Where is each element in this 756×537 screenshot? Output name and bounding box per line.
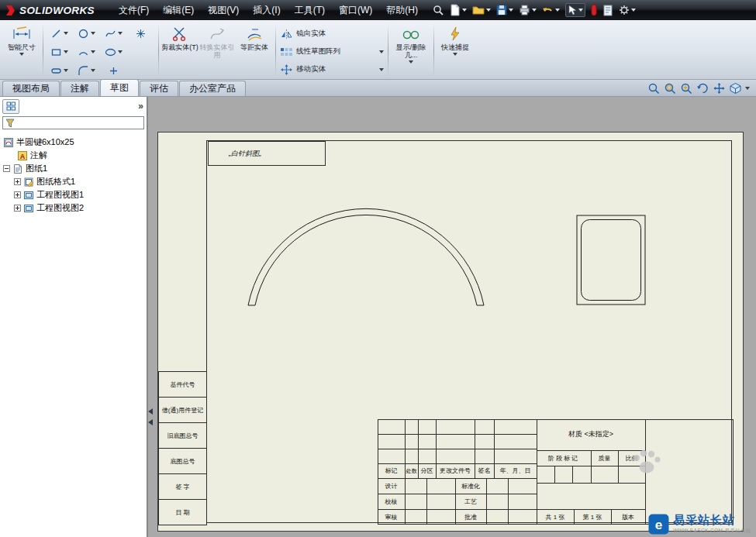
ellipse-tool-icon[interactable] [100,43,127,61]
annotations-icon: A [17,150,28,161]
header-date: 年、月、日 [494,464,537,477]
select-arrow-icon[interactable] [565,3,585,17]
menu-edit[interactable]: 编辑(E) [156,0,201,20]
featuremanager-tree-icon [6,102,16,111]
view-toolbar-caret[interactable] [745,87,750,90]
spline-tool-icon[interactable] [100,24,127,43]
display-delete-relations-label: 显示/删除几... [391,43,431,59]
view-orientation-icon[interactable] [729,82,742,95]
fillet-tool-icon[interactable] [73,61,100,80]
graphics-area[interactable]: „白针斜图„ 基件代号 借(通)用件登记 旧底图总号 底图总号 签 字 日 期 [148,97,756,537]
row-process: 工艺 [455,495,486,508]
rotate-view-icon[interactable] [696,82,709,95]
offset-entities-icon [246,25,263,43]
tab-sketch[interactable]: 草图 [100,79,139,96]
paw-watermark-icon [630,447,663,477]
feature-tree: 半圆键6x10x25 A 注解 图纸1 图纸格式1 工程图视图1 工程图视图2 [0,129,147,215]
tree-item-view2[interactable]: 工程图视图2 [0,201,147,215]
menu-view[interactable]: 视图(V) [201,0,246,20]
convert-entities-label: 转换实体引用 [198,43,236,59]
watermark-subtext: WWW.EASCK.COM 易采站长站 [673,528,751,535]
point-tool-icon[interactable] [100,61,127,80]
solidworks-logo-icon [5,5,16,16]
tree-filter[interactable] [2,116,144,129]
slot-tool-icon[interactable] [46,61,73,80]
menu-file[interactable]: 文件(F) [112,0,156,20]
mirror-entities-icon [280,29,293,40]
commandmanager-tabs: 视图布局 注解 草图 评估 办公室产品 [0,80,756,97]
options-icon[interactable] [619,5,636,15]
file-properties-icon[interactable] [602,5,613,16]
tree-item-view1[interactable]: 工程图视图1 [0,188,147,201]
rebuild-icon[interactable] [591,4,597,16]
tree-item-root[interactable]: 半圆键6x10x25 [0,136,147,149]
menu-window[interactable]: 窗口(W) [332,0,379,20]
drawing-view-icon [23,203,34,214]
tree-item-sheet-format[interactable]: 图纸格式1 [0,175,147,188]
point-star-tool-icon[interactable] [127,24,154,43]
zoom-area-icon[interactable] [664,82,677,95]
save-icon[interactable] [496,5,513,15]
panel-expand-chevron[interactable]: » [138,101,143,112]
zoom-fit-icon[interactable] [647,82,661,95]
tree-item-annotations[interactable]: A 注解 [0,149,147,162]
trim-entities-button[interactable]: 剪裁实体(T) [161,22,198,79]
featuremanager-tab[interactable] [2,99,19,114]
drawing-view-semicircle[interactable] [248,208,484,305]
convert-entities-button[interactable]: 转换实体引用 [198,22,236,79]
view-toolbar [647,82,750,95]
display-delete-relations-icon [402,25,420,43]
mirror-entities-button[interactable]: 镜向实体 [278,25,385,43]
collapse-expander[interactable] [3,165,10,172]
convert-entities-icon [209,25,226,43]
menu-help[interactable]: 帮助(H) [379,0,425,20]
tab-office-products[interactable]: 办公室产品 [179,81,246,96]
featuremanager-panel: » 半圆键6x10x25 A 注解 图纸1 图纸格式1 工程图视图1 [0,97,147,537]
header-count: 处数 [405,464,418,477]
tab-annotation[interactable]: 注解 [60,81,99,96]
linear-pattern-label: 线性草图阵列 [296,46,340,57]
row-design: 设计 [378,480,405,493]
menu-insert[interactable]: 插入(I) [246,0,287,20]
new-doc-icon[interactable] [450,4,467,16]
search-icon[interactable] [433,5,444,16]
tab-evaluate[interactable]: 评估 [140,81,178,96]
linear-pattern-icon [280,46,293,57]
display-delete-relations-button[interactable]: 显示/删除几... [391,22,431,79]
linear-pattern-button[interactable]: 线性草图阵列 [278,43,385,60]
watermark-brand: 易采站长站 [673,513,751,528]
expand-expander[interactable] [14,178,21,185]
sketch-entity-grid [46,22,156,79]
tree-item-sheet1[interactable]: 图纸1 [0,162,147,175]
quick-snaps-icon [447,25,463,43]
panel-splitter[interactable] [148,408,153,425]
expand-expander[interactable] [14,205,21,212]
sheets-total-cell: 共 1 张 [537,511,574,524]
menu-tools[interactable]: 工具(T) [288,0,332,20]
pan-icon[interactable] [713,82,726,95]
quick-snaps-button[interactable]: 快速捕捉 [437,22,474,79]
smart-dimension-button[interactable]: 智能尺寸 [3,22,40,79]
offset-entities-button[interactable]: 等距实体 [236,22,273,79]
line-tool-icon[interactable] [46,24,73,43]
drawing-view-rectangle[interactable] [577,215,645,305]
circle-tool-icon[interactable] [73,24,100,43]
tree-item-root-label: 半圆键6x10x25 [16,136,74,148]
tab-view-layout[interactable]: 视图布局 [2,81,60,96]
rectangle-tool-icon[interactable] [46,43,73,61]
pattern-group: 镜向实体 线性草图阵列 移动实体 [278,22,385,79]
print-icon[interactable] [519,5,537,15]
drawing-sheet[interactable]: „白针斜图„ 基件代号 借(通)用件登记 旧底图总号 底图总号 签 字 日 期 [157,132,744,532]
header-signature: 签名 [475,464,494,477]
ribbon-sketch: 智能尺寸 [0,20,756,80]
move-entities-icon [280,64,293,75]
expand-expander[interactable] [14,191,21,198]
arc-tool-icon[interactable] [73,43,100,61]
row-approve: 批准 [455,511,486,524]
undo-icon[interactable] [542,5,560,15]
move-entities-button[interactable]: 移动实体 [278,60,385,78]
header-mark: 标记 [378,464,405,477]
splitter-collapse-icon [148,419,153,425]
zoom-in-out-icon[interactable] [680,82,693,95]
open-icon[interactable] [472,5,491,15]
